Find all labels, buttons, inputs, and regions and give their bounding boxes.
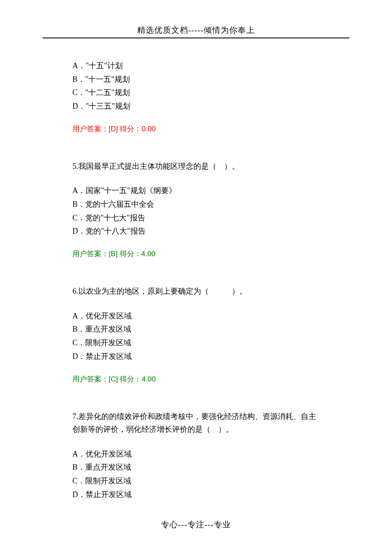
q4-option-b: B．"十一五"规划 <box>72 73 320 86</box>
page-header: 精选优质文档-----倾情为你奉上 <box>0 0 392 36</box>
q4-answer: 用户答案：[D] 得分：0.00 <box>72 123 320 135</box>
q7-option-d: D．禁止开发区域 <box>72 489 320 501</box>
q5-text: 5.我国最早正式提出主体功能区理念的是（ ）。 <box>72 160 320 173</box>
q6-option-a: A．优化开发区域 <box>72 310 320 323</box>
q4-option-a: A．"十五"计划 <box>72 60 320 72</box>
q5-answer: 用户答案：[B] 得分：4.00 <box>72 248 320 260</box>
q5-option-b: B．党的十六届五中全会 <box>72 198 320 211</box>
q5-option-a: A．国家"十一五"规划《纲要》 <box>72 185 320 197</box>
q7-option-c: C．限制开发区域 <box>72 475 320 488</box>
q7-option-a: A．优化开发区域 <box>72 448 320 461</box>
q4-option-c: C．"十二五"规划 <box>72 87 320 99</box>
q6-answer: 用户答案：[C] 得分：4.00 <box>72 373 320 385</box>
q5-option-d: D．党的"十八大"报告 <box>72 225 320 238</box>
q4-option-d: D．"十三五"规划 <box>72 100 320 113</box>
q6-option-c: C．限制开发区域 <box>72 337 320 350</box>
q6-text: 6.以农业为主的地区，原则上要确定为（ ）。 <box>72 285 320 298</box>
q6-option-b: B．重点开发区域 <box>72 323 320 336</box>
q7-text: 7.差异化的的绩效评价和政绩考核中，要强化经济结构、资源消耗、自主创新等的评价，… <box>72 410 320 436</box>
q7-option-b: B．重点开发区域 <box>72 461 320 474</box>
page-footer: 专心---专注---专业 <box>0 519 392 530</box>
document-content: A．"十五"计划 B．"十一五"规划 C．"十二五"规划 D．"十三五"规划 用… <box>0 38 392 501</box>
q6-option-d: D．禁止开发区域 <box>72 350 320 363</box>
q5-option-c: C．党的"十七大"报告 <box>72 212 320 225</box>
